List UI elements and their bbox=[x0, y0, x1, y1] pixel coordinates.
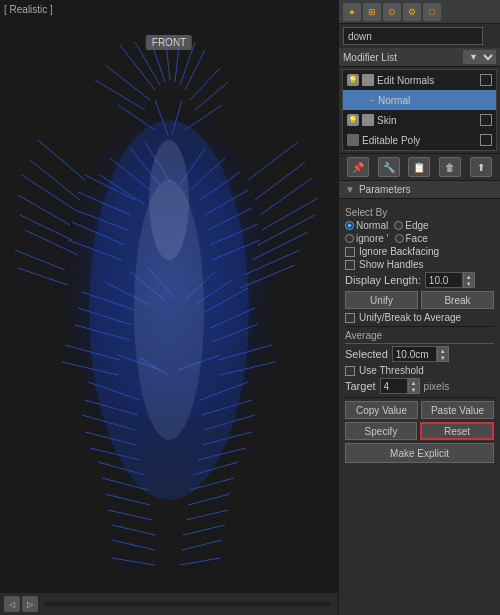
specify-reset-row: Specify Reset bbox=[345, 422, 494, 440]
radio-edge[interactable]: Edge bbox=[394, 220, 428, 231]
svg-line-6 bbox=[180, 42, 195, 85]
selected-label: Selected bbox=[345, 348, 388, 360]
display-length-label: Display Length: bbox=[345, 274, 421, 286]
modifier-box-2 bbox=[480, 114, 492, 126]
break-button[interactable]: Break bbox=[421, 291, 494, 309]
unify-break-avg-box bbox=[345, 313, 355, 323]
modifier-normal[interactable]: Normal bbox=[343, 90, 496, 110]
target-spinner[interactable]: ▲ ▼ bbox=[408, 378, 420, 394]
chevron-up-icon[interactable]: ⬆ bbox=[470, 157, 492, 177]
modifier-edit-normals-label: Edit Normals bbox=[377, 75, 477, 86]
target-input[interactable] bbox=[380, 378, 408, 394]
collapse-icon: ▼ bbox=[345, 184, 355, 195]
parameters-header[interactable]: ▼ Parameters bbox=[339, 181, 500, 199]
pixels-label: pixels bbox=[424, 381, 450, 392]
spinner-up: ▲ bbox=[464, 273, 474, 280]
timeline-bar bbox=[44, 602, 330, 606]
svg-line-20 bbox=[255, 162, 305, 200]
modifier-list-dropdown[interactable]: ▼ bbox=[463, 50, 496, 64]
svg-line-78 bbox=[180, 558, 220, 565]
svg-line-7 bbox=[185, 50, 205, 90]
svg-line-63 bbox=[108, 510, 152, 520]
ignore-backfacing-checkbox[interactable]: Ignore Backfacing bbox=[345, 246, 494, 257]
specify-button[interactable]: Specify bbox=[345, 422, 417, 440]
unify-break-row: Unify Break bbox=[345, 291, 494, 309]
modifier-icon-1 bbox=[362, 74, 374, 86]
radio-normal[interactable]: Normal bbox=[345, 220, 388, 231]
radio-face-circle bbox=[395, 234, 404, 243]
viewport[interactable]: [ Realistic ] FRONT bbox=[0, 0, 338, 615]
target-spinner-down: ▼ bbox=[409, 386, 419, 393]
svg-line-9 bbox=[95, 80, 145, 110]
trash-icon[interactable]: 🗑 bbox=[439, 157, 461, 177]
toolbar-icon-4[interactable]: ⚙ bbox=[403, 3, 421, 21]
select-by-group: Select By Normal Edge ignore ' bbox=[339, 199, 500, 467]
radio-ignore[interactable]: ignore ' bbox=[345, 233, 389, 244]
copy-icon[interactable]: 📋 bbox=[408, 157, 430, 177]
normals-visualization bbox=[0, 0, 338, 615]
svg-line-64 bbox=[112, 525, 155, 535]
svg-line-5 bbox=[175, 37, 180, 82]
reset-button[interactable]: Reset bbox=[420, 422, 494, 440]
unify-button[interactable]: Unify bbox=[345, 291, 418, 309]
modifier-normal-label: Normal bbox=[378, 95, 492, 106]
modifier-box-3 bbox=[480, 134, 492, 146]
svg-line-77 bbox=[182, 540, 222, 550]
display-length-input[interactable] bbox=[425, 272, 463, 288]
radio-row-2: ignore ' Face bbox=[345, 233, 494, 244]
svg-line-25 bbox=[248, 142, 298, 180]
modifier-skin-label: Skin bbox=[377, 115, 477, 126]
modifier-editable-poly[interactable]: Editable Poly bbox=[343, 130, 496, 150]
copy-value-button[interactable]: Copy Value bbox=[345, 401, 418, 419]
selected-row: Selected ▲ ▼ bbox=[345, 346, 494, 362]
modifier-editable-poly-label: Editable Poly bbox=[362, 135, 477, 146]
toolbar-icon-5[interactable]: □ bbox=[423, 3, 441, 21]
toolbar-icon-1[interactable]: ● bbox=[343, 3, 361, 21]
pin-icon[interactable]: 📌 bbox=[347, 157, 369, 177]
show-handles-checkbox[interactable]: Show Handles bbox=[345, 259, 494, 270]
divider-1 bbox=[345, 326, 494, 327]
modifier-skin[interactable]: 💡 Skin bbox=[343, 110, 496, 130]
use-threshold-label: Use Threshold bbox=[359, 365, 424, 376]
wrench-icon[interactable]: 🔧 bbox=[378, 157, 400, 177]
target-input-group: ▲ ▼ bbox=[380, 378, 420, 394]
light-icon-1: 💡 bbox=[347, 74, 359, 86]
svg-line-2 bbox=[135, 42, 160, 85]
svg-line-3 bbox=[150, 38, 165, 82]
radio-ignore-label: ignore ' bbox=[356, 233, 389, 244]
radio-face-label: Face bbox=[406, 233, 428, 244]
selected-input[interactable] bbox=[392, 346, 437, 362]
use-threshold-checkbox[interactable]: Use Threshold bbox=[345, 365, 494, 376]
svg-line-14 bbox=[18, 195, 70, 225]
radio-face[interactable]: Face bbox=[395, 233, 428, 244]
make-explicit-button[interactable]: Make Explicit bbox=[345, 443, 494, 463]
target-spinner-up: ▲ bbox=[409, 379, 419, 386]
radio-normal-circle bbox=[345, 221, 354, 230]
display-length-spinner[interactable]: ▲ ▼ bbox=[463, 272, 475, 288]
ignore-backfacing-box bbox=[345, 247, 355, 257]
svg-line-65 bbox=[112, 540, 155, 550]
viewport-bottom-icon-2[interactable]: ▷ bbox=[22, 596, 38, 612]
selected-spinner-up: ▲ bbox=[438, 347, 448, 354]
modifier-edit-normals[interactable]: 💡 Edit Normals bbox=[343, 70, 496, 90]
divider-2 bbox=[345, 397, 494, 398]
select-by-label: Select By bbox=[345, 207, 494, 218]
toolbar-icon-3[interactable]: ⊙ bbox=[383, 3, 401, 21]
search-input[interactable] bbox=[343, 27, 483, 45]
modifier-box-1 bbox=[480, 74, 492, 86]
toolbar-icon-2[interactable]: ⊞ bbox=[363, 3, 381, 21]
show-handles-box bbox=[345, 260, 355, 270]
modifier-list-header: Modifier List ▼ bbox=[339, 48, 500, 67]
selected-spinner[interactable]: ▲ ▼ bbox=[437, 346, 449, 362]
unify-break-avg-checkbox[interactable]: Unify/Break to Average bbox=[345, 312, 494, 323]
svg-line-12 bbox=[30, 160, 80, 200]
svg-line-4 bbox=[165, 35, 170, 80]
average-header: Average bbox=[345, 330, 494, 344]
paste-value-button[interactable]: Paste Value bbox=[421, 401, 494, 419]
svg-line-66 bbox=[112, 558, 155, 565]
svg-line-10 bbox=[190, 68, 220, 100]
display-length-row: Display Length: ▲ ▼ bbox=[345, 272, 494, 288]
viewport-bottom-icon-1[interactable]: ◁ bbox=[4, 596, 20, 612]
modifier-icon-toolbar: 📌 🔧 📋 🗑 ⬆ bbox=[339, 153, 500, 181]
target-label: Target bbox=[345, 380, 376, 392]
